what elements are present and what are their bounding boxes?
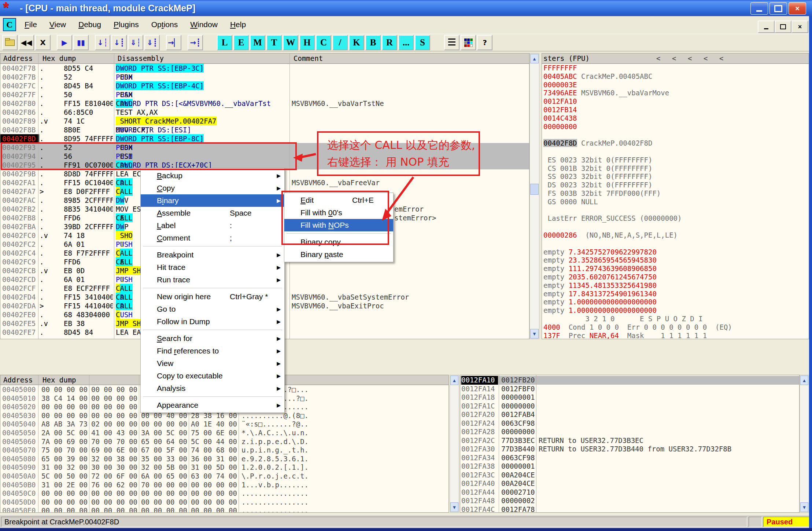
- menu-window[interactable]: Window: [184, 20, 224, 29]
- stack-row[interactable]: 0012FA38 00000001: [460, 462, 799, 471]
- register-line[interactable]: DS 0023 32bit 0(FFFFFFFF): [543, 181, 809, 189]
- view-patches-button[interactable]: /: [332, 35, 348, 50]
- dump-scrollbar[interactable]: ▲ ▼: [450, 375, 459, 513]
- mdi-restore-button[interactable]: [775, 21, 791, 33]
- register-line[interactable]: FS 003B 32bit 7FFDF000(FFF): [543, 189, 809, 198]
- register-line[interactable]: ES 0023 32bit 0(FFFFFFFF): [543, 156, 809, 164]
- menu-item-binary[interactable]: Binary ▶: [141, 194, 284, 207]
- stack-row[interactable]: 0012FA18 00000001: [460, 393, 799, 402]
- menu-item-label[interactable]: Label : ▶: [141, 219, 284, 232]
- scroll-down-icon[interactable]: ▼: [530, 329, 539, 338]
- chevron-left-icon[interactable]: <: [688, 54, 692, 63]
- dump-row[interactable]: 00405090 31 00 32 00 30 00 30 00 32 00 5…: [0, 463, 449, 472]
- disasm-row[interactable]: 00402F86 . 66:85C0 TEST AX,AX: [0, 108, 529, 117]
- dump-row[interactable]: 00405050 2A 00 5C 00 41 00 43 00 3A 00 5…: [0, 429, 449, 437]
- view-log-button[interactable]: L: [217, 35, 232, 50]
- submenu-item-fill-with-00s[interactable]: Fill with 00's ▶: [284, 206, 393, 219]
- register-line[interactable]: 00405ABC CrackMeP.00405ABC: [543, 72, 809, 81]
- submenu-item[interactable]: ▶: [284, 231, 393, 236]
- register-line[interactable]: empty 2035.6020761245674750: [543, 273, 809, 281]
- col-comment[interactable]: Comment: [294, 54, 323, 63]
- submenu-item-fill-with-nops[interactable]: Fill with NOPs ▶: [284, 219, 393, 231]
- dump-row[interactable]: 004050E0 00 00 00 00 00 00 00 00 00 00 0…: [0, 506, 449, 513]
- execute-till-return-button[interactable]: →▏: [166, 35, 181, 50]
- view-references-button[interactable]: R: [382, 35, 397, 50]
- register-line[interactable]: FFFFFFFF: [543, 64, 809, 72]
- disasm-row[interactable]: 00402F8D . 8D95 74FFFFFF LEA EDX,DWORD P…: [0, 134, 529, 143]
- dump-row[interactable]: 004050A0 5C 00 50 00 72 00 6F 00 6A 00 6…: [0, 472, 449, 481]
- menu-item-follow-in-dump[interactable]: Follow in Dump ▶: [141, 315, 284, 328]
- animate-into-button[interactable]: ⇓┆: [128, 35, 143, 50]
- help-button[interactable]: ?: [477, 35, 492, 50]
- context-menu-item[interactable]: ▶: [141, 395, 284, 399]
- dump-col-address[interactable]: Address: [3, 375, 33, 385]
- disasm-row[interactable]: 00402F7B . 52 PUSH EDX: [0, 73, 529, 81]
- scroll-down-icon[interactable]: ▼: [800, 502, 808, 512]
- view-run-trace-button[interactable]: ...: [398, 35, 414, 50]
- stack-row[interactable]: 0012FA3C 00A204CE: [460, 471, 799, 480]
- register-line[interactable]: empty 23.352865954565945830: [543, 256, 809, 264]
- view-call-stack-button[interactable]: K: [349, 35, 364, 50]
- submenu-item-edit[interactable]: Edit Ctrl+E ▶: [284, 194, 393, 206]
- menu-item-hit-trace[interactable]: Hit trace ▶: [141, 261, 284, 274]
- view-windows-button[interactable]: W: [283, 35, 298, 50]
- view-source-button[interactable]: S: [415, 35, 430, 50]
- menu-item-run-trace[interactable]: Run trace ▶: [141, 274, 284, 286]
- dump-col-hex-dump[interactable]: Hex dump: [43, 375, 76, 385]
- register-line[interactable]: 0014C438: [543, 114, 809, 122]
- menu-item-appearance[interactable]: Appearance ▶: [141, 399, 284, 411]
- stack-row[interactable]: 0012FA2C 77D3B3EC RETURN to USER32.77D3B…: [460, 436, 799, 445]
- register-line[interactable]: 137F Prec NEAR,64 Mask 1 1 1 1 1 1: [543, 332, 809, 340]
- register-line[interactable]: [543, 147, 809, 156]
- chevron-left-icon[interactable]: <: [656, 54, 660, 63]
- menu-file[interactable]: File: [18, 20, 43, 29]
- menu-item-comment[interactable]: Comment ; ▶: [141, 232, 284, 244]
- open-button[interactable]: [2, 35, 18, 50]
- stack-row[interactable]: 0012FA1C 00000000: [460, 402, 799, 411]
- menu-item-new-origin-here[interactable]: New origin here Ctrl+Gray * ▶: [141, 290, 284, 303]
- run-button[interactable]: ▶: [57, 35, 72, 50]
- stack-row[interactable]: 0012FA4C 0012FA78: [460, 505, 799, 513]
- menu-debug[interactable]: Debug: [72, 20, 107, 29]
- menu-item-assemble[interactable]: Assemble Space ▶: [141, 207, 284, 219]
- mdi-close-button[interactable]: ×: [791, 21, 808, 33]
- dump-row[interactable]: 00405060 7A 00 69 00 70 00 70 00 65 00 6…: [0, 437, 449, 446]
- stack-row[interactable]: 0012FA28 00000000: [460, 428, 799, 436]
- stack-row[interactable]: 0012FA34 0063CF98: [460, 454, 799, 462]
- col-hex-dump[interactable]: Hex dump: [43, 54, 76, 63]
- menu-item-view[interactable]: View ▶: [141, 357, 284, 370]
- panel-list-button[interactable]: [444, 35, 459, 50]
- dump-row[interactable]: 004050C0 00 00 00 00 00 00 00 00 00 00 0…: [0, 489, 449, 498]
- dump-row[interactable]: 00405040 A8 AB 3A 73 02 00 00 00 00 00 0…: [0, 420, 449, 429]
- menu-item-search-for[interactable]: Search for ▶: [141, 332, 284, 345]
- register-line[interactable]: 00000286 (NO,NB,NE,A,S,PE,L,LE): [543, 231, 809, 239]
- col-address[interactable]: Address: [3, 54, 33, 63]
- menu-view[interactable]: View: [43, 20, 72, 29]
- register-line[interactable]: empty 7.3425752709622997820: [543, 248, 809, 256]
- menu-item-go-to[interactable]: Go to ▶: [141, 303, 284, 315]
- view-threads-button[interactable]: T: [266, 35, 282, 50]
- register-line[interactable]: 3 2 1 0 E S P U O Z D I: [543, 315, 809, 323]
- step-over-button[interactable]: ↓┋: [111, 35, 127, 50]
- scroll-up-icon[interactable]: ▲: [530, 54, 539, 63]
- submenu-item-binary-paste[interactable]: Binary paste ▶: [284, 248, 393, 261]
- stack-row[interactable]: 0012FA30 77D3B440 RETURN to USER32.77D3B…: [460, 445, 799, 454]
- view-memory-button[interactable]: M: [250, 35, 265, 50]
- view-handles-button[interactable]: H: [299, 35, 315, 50]
- scroll-up-icon[interactable]: ▲: [450, 376, 458, 385]
- scroll-up-icon[interactable]: ▲: [800, 376, 808, 385]
- chevron-left-icon[interactable]: <: [704, 54, 708, 63]
- context-menu-item[interactable]: ▶: [141, 286, 284, 290]
- col-disassembly[interactable]: Disassembly: [118, 54, 164, 63]
- menu-options[interactable]: Options: [145, 20, 184, 29]
- menu-item-copy-to-executable[interactable]: Copy to executable ▶: [141, 370, 284, 382]
- disasm-row[interactable]: 00402F7F . 50 PUSH EAX: [0, 90, 529, 99]
- register-line[interactable]: empty 1.0000000000000000000: [543, 306, 809, 315]
- stack-row[interactable]: 0012FA48 00000002: [460, 497, 799, 505]
- disasm-row[interactable]: 00402F8B . 8B0E MOV ECX,DWORD PTR DS:[ES…: [0, 125, 529, 134]
- menu-help[interactable]: Help: [224, 20, 252, 29]
- mdi-minimize-button[interactable]: [758, 21, 775, 33]
- dump-row[interactable]: 00405070 75 00 70 00 69 00 6E 00 67 00 5…: [0, 446, 449, 455]
- animate-over-button[interactable]: ⇓┋: [144, 35, 160, 50]
- scroll-thumb[interactable]: [530, 184, 539, 195]
